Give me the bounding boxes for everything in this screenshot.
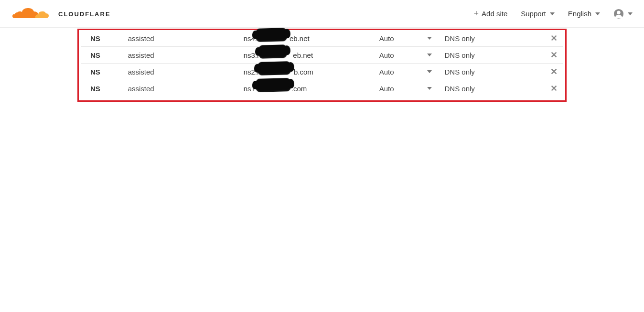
table-row[interactable]: NSassistedns3.rueb.netAutoDNS only✕ [81, 47, 563, 64]
record-name: assisted [126, 64, 242, 80]
caret-down-icon [427, 54, 432, 56]
account-dropdown[interactable] [613, 9, 633, 19]
user-icon [613, 9, 624, 19]
delete-record-button[interactable]: ✕ [543, 64, 563, 80]
language-label: English [568, 10, 591, 18]
record-proxy-status: DNS only [442, 47, 543, 64]
record-type: NS [81, 30, 126, 47]
record-ttl-dropdown[interactable]: Auto [377, 30, 443, 47]
record-type: NS [81, 64, 126, 80]
table-row[interactable]: NSassistedns4.eb.netAutoDNS only✕ [81, 30, 563, 47]
brand-logo[interactable]: CLOUDFLARE [9, 6, 111, 22]
caret-down-icon [595, 12, 600, 15]
add-site-button[interactable]: + Add site [474, 10, 508, 18]
record-value: ns4.eb.net [242, 30, 377, 47]
redaction-mark [257, 61, 291, 75]
close-icon: ✕ [550, 50, 558, 60]
caret-down-icon [427, 87, 432, 90]
redaction-mark [258, 44, 288, 59]
record-name: assisted [126, 30, 242, 47]
record-ttl-dropdown[interactable]: Auto [377, 47, 443, 64]
record-name: assisted [126, 47, 242, 64]
record-ttl-dropdown[interactable]: Auto [377, 64, 443, 80]
delete-record-button[interactable]: ✕ [543, 30, 563, 47]
redaction-mark [255, 28, 288, 42]
close-icon: ✕ [550, 67, 558, 76]
cloud-icon [9, 6, 58, 22]
dns-records-table: NSassistedns4.eb.netAutoDNS only✕NSassis… [81, 30, 563, 97]
svg-point-1 [617, 11, 620, 14]
record-ttl-dropdown[interactable]: Auto [377, 80, 443, 97]
record-value: ns2.rb.com [242, 64, 377, 80]
delete-record-button[interactable]: ✕ [543, 80, 563, 97]
highlighted-dns-records: NSassistedns4.eb.netAutoDNS only✕NSassis… [77, 29, 567, 102]
record-type: NS [81, 47, 126, 64]
support-dropdown[interactable]: Support [521, 10, 555, 18]
record-value: ns3.rueb.net [242, 47, 377, 64]
record-proxy-status: DNS only [442, 80, 543, 97]
record-value: ns1.com [242, 80, 377, 97]
nav-right: + Add site Support English [474, 9, 633, 19]
caret-down-icon [427, 70, 432, 73]
caret-down-icon [628, 12, 633, 15]
table-row[interactable]: NSassistedns1.comAutoDNS only✕ [81, 80, 563, 97]
language-dropdown[interactable]: English [568, 10, 600, 18]
plus-icon: + [474, 9, 479, 18]
record-proxy-status: DNS only [442, 30, 543, 47]
top-navbar: CLOUDFLARE + Add site Support English [0, 0, 644, 28]
record-name: assisted [126, 80, 242, 97]
add-site-label: Add site [482, 10, 507, 18]
caret-down-icon [427, 37, 432, 40]
table-row[interactable]: NSassistedns2.rb.comAutoDNS only✕ [81, 64, 563, 80]
support-label: Support [521, 10, 546, 18]
record-proxy-status: DNS only [442, 64, 543, 80]
close-icon: ✕ [550, 84, 558, 93]
delete-record-button[interactable]: ✕ [543, 47, 563, 64]
redaction-mark [255, 78, 291, 92]
record-type: NS [81, 80, 126, 97]
brand-name: CLOUDFLARE [58, 11, 111, 18]
caret-down-icon [550, 12, 555, 15]
close-icon: ✕ [550, 33, 558, 43]
